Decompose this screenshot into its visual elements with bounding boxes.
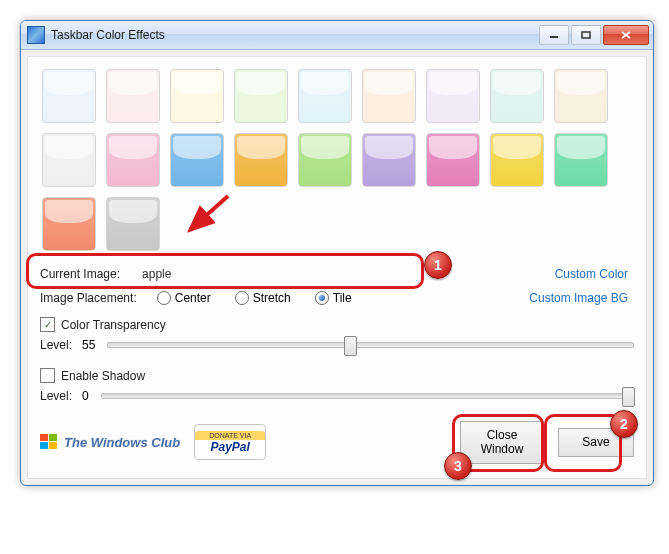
color-swatch[interactable]	[362, 133, 416, 187]
svg-rect-1	[582, 32, 590, 38]
shadow-level-value: 0	[82, 389, 89, 403]
slider-thumb-icon[interactable]	[344, 336, 357, 356]
color-swatch-grid	[40, 67, 634, 261]
svg-rect-5	[49, 434, 57, 441]
transparency-level-value: 55	[82, 338, 95, 352]
radio-icon	[235, 291, 249, 305]
color-swatch[interactable]	[298, 133, 352, 187]
color-swatch[interactable]	[234, 133, 288, 187]
svg-rect-6	[40, 442, 48, 449]
color-swatch[interactable]	[426, 69, 480, 123]
current-image-value: apple	[142, 267, 171, 281]
color-swatch[interactable]	[554, 69, 608, 123]
windows-flag-icon	[40, 434, 58, 450]
radio-label: Center	[175, 291, 211, 305]
placement-stretch-radio[interactable]: Stretch	[235, 291, 291, 305]
transparency-checkbox[interactable]: ✓	[40, 317, 55, 332]
svg-rect-7	[49, 442, 57, 449]
paypal-donate-button[interactable]: DONATE VIA PayPal	[194, 424, 266, 460]
maximize-button[interactable]	[571, 25, 601, 45]
minimize-button[interactable]	[539, 25, 569, 45]
color-swatch[interactable]	[106, 133, 160, 187]
color-swatch[interactable]	[106, 197, 160, 251]
shadow-slider[interactable]	[101, 393, 634, 399]
color-swatch[interactable]	[490, 69, 544, 123]
close-button[interactable]: Close Window	[460, 421, 544, 464]
placement-center-radio[interactable]: Center	[157, 291, 211, 305]
shadow-checkbox[interactable]: ✓	[40, 368, 55, 383]
client-area: Current Image: apple Custom Color Image …	[27, 56, 647, 479]
slider-thumb-icon[interactable]	[622, 387, 635, 407]
close-window-button[interactable]	[603, 25, 649, 45]
titlebar[interactable]: Taskbar Color Effects	[21, 21, 653, 50]
app-icon	[27, 26, 45, 44]
color-swatch[interactable]	[170, 69, 224, 123]
placement-label: Image Placement:	[40, 291, 137, 305]
radio-icon	[315, 291, 329, 305]
current-image-label: Current Image:	[40, 267, 120, 281]
color-swatch[interactable]	[42, 69, 96, 123]
color-swatch[interactable]	[42, 133, 96, 187]
color-swatch[interactable]	[298, 69, 352, 123]
color-swatch[interactable]	[490, 133, 544, 187]
color-swatch[interactable]	[234, 69, 288, 123]
save-button[interactable]: Save	[558, 428, 634, 456]
color-swatch[interactable]	[106, 69, 160, 123]
transparency-slider[interactable]	[107, 342, 634, 348]
custom-image-bg-link[interactable]: Custom Image BG	[529, 291, 628, 305]
shadow-label: Enable Shadow	[61, 369, 145, 383]
shadow-level-label: Level:	[40, 389, 72, 403]
custom-color-link[interactable]: Custom Color	[555, 267, 628, 281]
color-swatch[interactable]	[426, 133, 480, 187]
radio-label: Stretch	[253, 291, 291, 305]
radio-label: Tile	[333, 291, 352, 305]
window-title: Taskbar Color Effects	[51, 28, 539, 42]
radio-icon	[157, 291, 171, 305]
placement-tile-radio[interactable]: Tile	[315, 291, 352, 305]
color-swatch[interactable]	[42, 197, 96, 251]
color-swatch[interactable]	[554, 133, 608, 187]
application-window: Taskbar Color Effects Current Image: app…	[20, 20, 654, 486]
transparency-level-label: Level:	[40, 338, 72, 352]
transparency-label: Color Transparency	[61, 318, 166, 332]
windows-club-logo[interactable]: The Windows Club	[40, 434, 180, 450]
svg-rect-4	[40, 434, 48, 441]
color-swatch[interactable]	[362, 69, 416, 123]
color-swatch[interactable]	[170, 133, 224, 187]
